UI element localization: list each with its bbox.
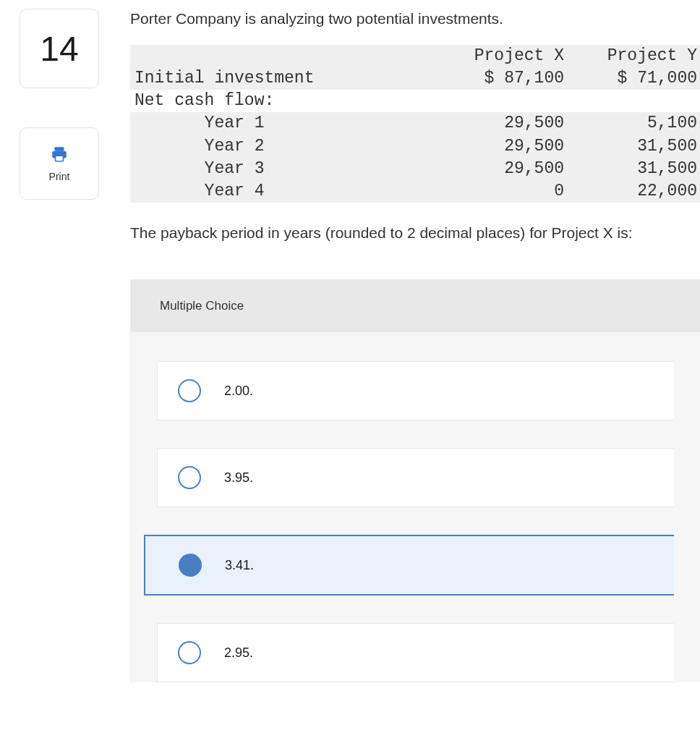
row-label: Year 1 — [130, 112, 454, 135]
table-row: Year 229,50031,500 — [130, 135, 700, 158]
mc-title: Multiple Choice — [131, 280, 700, 332]
cell-project-y: 22,000 — [577, 180, 700, 203]
option-text: 2.95. — [224, 645, 253, 661]
row-label: Initial investment — [130, 67, 454, 90]
cell-project-x: 29,500 — [454, 158, 577, 180]
table-row: Year 329,50031,500 — [130, 158, 700, 180]
column-header: Project X — [454, 45, 577, 67]
cell-project-x: 0 — [454, 180, 577, 203]
data-table: Project X Project Y Initial investment$ … — [130, 45, 700, 202]
radio-icon — [179, 554, 202, 577]
option-text: 2.00. — [224, 384, 253, 399]
question-number: 14 — [40, 29, 78, 69]
question-content: Porter Company is analyzing two potentia… — [110, 9, 700, 682]
multiple-choice-section: Multiple Choice 2.00.3.95.3.41.2.95. — [130, 279, 700, 682]
cell-project-y: 5,100 — [577, 112, 700, 135]
cell-project-y: 31,500 — [577, 158, 700, 180]
question-prompt: The payback period in years (rounded to … — [130, 223, 700, 243]
mc-option[interactable]: 2.95. — [157, 623, 674, 682]
table-row: Year 4022,000 — [130, 180, 700, 203]
column-header: Project Y — [577, 45, 700, 67]
printer-icon — [50, 145, 69, 166]
question-intro: Porter Company is analyzing two potentia… — [130, 9, 700, 29]
question-number-box: 14 — [20, 9, 99, 88]
mc-option[interactable]: 3.95. — [157, 448, 674, 507]
table-header-row: Project X Project Y — [130, 45, 700, 67]
table-row: Net cash flow: — [130, 90, 700, 112]
radio-icon — [178, 379, 201, 402]
option-text: 3.41. — [225, 558, 254, 573]
cell-project-x: $ 87,100 — [454, 67, 577, 90]
cell-project-y: $ 71,000 — [577, 67, 700, 90]
cell-project-y: 31,500 — [577, 135, 700, 158]
mc-option[interactable]: 2.00. — [157, 361, 674, 420]
radio-icon — [178, 466, 201, 489]
left-sidebar: 14 Print — [9, 9, 110, 200]
svg-point-3 — [63, 153, 64, 154]
row-label: Year 4 — [130, 180, 454, 203]
svg-rect-2 — [56, 156, 64, 161]
print-button[interactable]: Print — [20, 127, 99, 200]
radio-icon — [178, 641, 201, 664]
print-label: Print — [49, 171, 70, 182]
row-label: Year 3 — [130, 158, 454, 180]
options-list: 2.00.3.95.3.41.2.95. — [131, 332, 700, 682]
table-row: Year 129,5005,100 — [130, 112, 700, 135]
row-label: Net cash flow: — [130, 90, 454, 112]
mc-option[interactable]: 3.41. — [144, 535, 674, 596]
cell-project-y — [577, 90, 700, 112]
cell-project-x: 29,500 — [454, 112, 577, 135]
cell-project-x: 29,500 — [454, 135, 577, 158]
table-row: Initial investment$ 87,100$ 71,000 — [130, 67, 700, 90]
cell-project-x — [454, 90, 577, 112]
option-text: 3.95. — [224, 470, 253, 486]
row-label: Year 2 — [130, 135, 454, 158]
svg-rect-0 — [55, 147, 64, 151]
